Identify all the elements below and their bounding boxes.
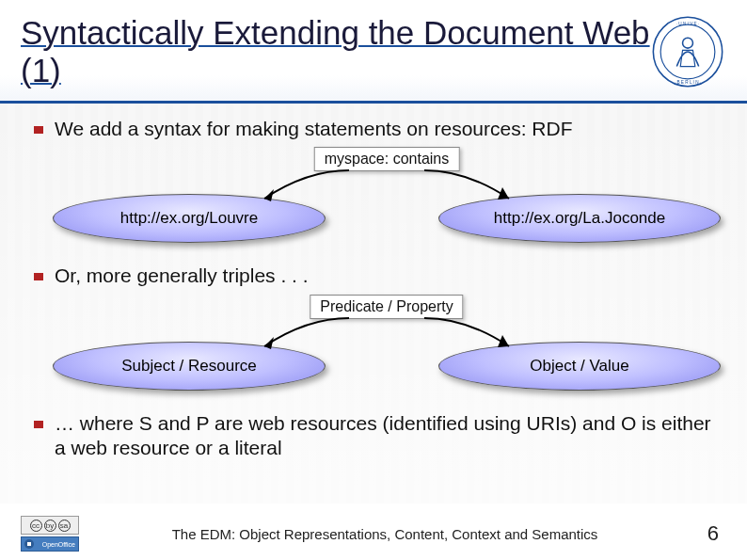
- bullet-2: Or, more generally triples . . .: [34, 264, 719, 288]
- footer-text: The EDM: Object Representations, Content…: [88, 526, 681, 542]
- subject-node-1: http://ex.org/Louvre: [53, 194, 326, 243]
- openoffice-icon: OpenOffice: [21, 536, 79, 552]
- object-node-2: Object / Value: [438, 342, 721, 391]
- subject-node-2: Subject / Resource: [53, 342, 326, 391]
- page-number: 6: [681, 521, 719, 546]
- bullet-1: We add a syntax for making statements on…: [34, 117, 719, 141]
- svg-text:· B E R L I N ·: · B E R L I N ·: [675, 80, 701, 85]
- predicate-label-1: myspace: contains: [314, 147, 460, 171]
- predicate-label-2: Predicate / Property: [310, 295, 463, 319]
- content-area: We add a syntax for making statements on…: [0, 104, 747, 460]
- cc-by-sa-icon: ccbysa: [21, 516, 79, 535]
- svg-text:· U N I V E ·: · U N I V E ·: [676, 21, 700, 25]
- bullet-3: … where S and P are web resources (ident…: [34, 411, 719, 461]
- object-text-2: Object / Value: [530, 357, 629, 376]
- object-node-1: http://ex.org/La.Joconde: [438, 194, 721, 243]
- diagram-triple-generic: Predicate / Property Subject / Resource …: [62, 293, 711, 406]
- footer: ccbysa OpenOffice The EDM: Object Repres…: [0, 507, 747, 560]
- diagram-rdf-example: myspace: contains http://ex.org/Louvre h…: [62, 145, 711, 258]
- title-bar: Syntactically Extending the Document Web…: [0, 0, 747, 104]
- subject-text-2: Subject / Resource: [121, 357, 257, 376]
- subject-text-1: http://ex.org/Louvre: [120, 209, 258, 228]
- object-text-1: http://ex.org/La.Joconde: [494, 209, 665, 228]
- university-seal-icon: · U N I V E · · B E R L I N ·: [651, 15, 724, 88]
- license-badges: ccbysa OpenOffice: [21, 516, 88, 552]
- slide-title: Syntactically Extending the Document Web…: [21, 14, 651, 88]
